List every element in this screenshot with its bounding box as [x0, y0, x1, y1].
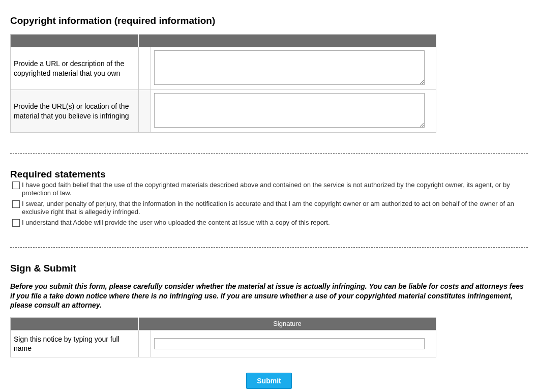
- infringing-url-label: Provide the URL(s) or location of the ma…: [11, 90, 139, 133]
- submit-wrapper: Submit: [10, 373, 528, 389]
- copyright-table: Provide a URL or description of the copy…: [10, 34, 436, 133]
- divider: [10, 247, 528, 248]
- statement-item: I swear, under penalty of perjury, that …: [10, 200, 528, 216]
- divider: [10, 153, 528, 154]
- copyright-url-label: Provide a URL or description of the copy…: [11, 47, 139, 90]
- table-row: Provide a URL or description of the copy…: [11, 47, 436, 90]
- statement-label-1: I have good faith belief that the use of…: [22, 181, 528, 197]
- copyright-header-col1: [11, 35, 139, 47]
- infringing-url-textarea[interactable]: [154, 93, 425, 128]
- copyright-header-col2: [139, 35, 436, 47]
- statement-item: I understand that Adobe will provide the…: [10, 219, 528, 227]
- sign-warning: Before you submit this form, please care…: [10, 282, 528, 310]
- table-row: Provide the URL(s) or location of the ma…: [11, 90, 436, 133]
- statement-checkbox-3[interactable]: [12, 219, 20, 227]
- sign-header-col1: [11, 317, 139, 330]
- copyright-url-textarea[interactable]: [154, 50, 425, 85]
- statement-checkbox-1[interactable]: [12, 182, 20, 189]
- table-row: Sign this notice by typing your full nam…: [11, 330, 436, 357]
- statement-checkbox-2[interactable]: [12, 200, 20, 208]
- statement-item: I have good faith belief that the use of…: [10, 181, 528, 197]
- statement-label-2: I swear, under penalty of perjury, that …: [22, 200, 528, 216]
- copyright-heading: Copyright information (required informat…: [10, 15, 528, 26]
- statement-label-3: I understand that Adobe will provide the…: [22, 219, 330, 227]
- signature-input[interactable]: [154, 338, 425, 349]
- sign-heading: Sign & Submit: [10, 263, 528, 274]
- statements-heading: Required statements: [10, 169, 528, 180]
- sign-table: Signature Sign this notice by typing you…: [10, 317, 436, 357]
- sign-label: Sign this notice by typing your full nam…: [11, 330, 139, 357]
- sign-header-signature: Signature: [139, 317, 436, 330]
- submit-button[interactable]: Submit: [246, 373, 291, 389]
